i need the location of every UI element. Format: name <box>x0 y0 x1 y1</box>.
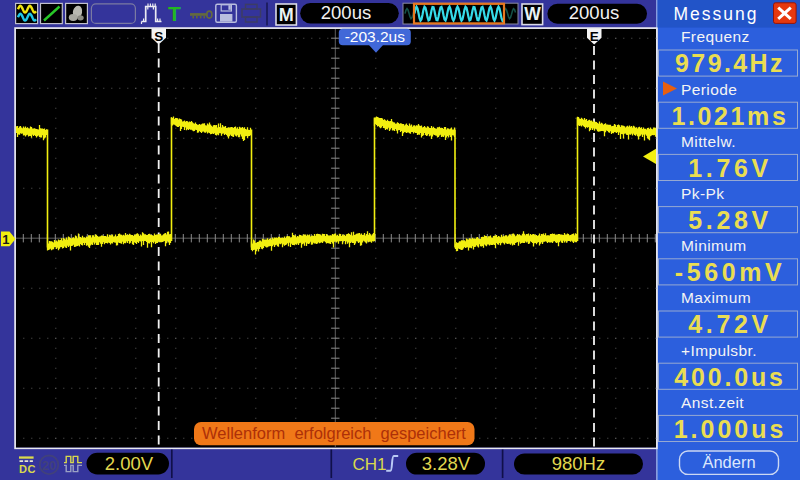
svg-text:200us: 200us <box>569 2 619 23</box>
svg-text:E: E <box>590 29 599 44</box>
svg-text:Messung: Messung <box>673 4 758 24</box>
svg-text:980Hz: 980Hz <box>552 453 605 474</box>
svg-text:Maximum: Maximum <box>681 289 751 306</box>
svg-text:1: 1 <box>2 232 9 247</box>
svg-text:5.28V: 5.28V <box>688 206 771 234</box>
svg-text:1.76V: 1.76V <box>688 154 771 182</box>
svg-text:1.021ms: 1.021ms <box>672 102 789 130</box>
svg-text:DC: DC <box>19 463 36 475</box>
svg-text:4.72V: 4.72V <box>688 310 771 338</box>
svg-text:W: W <box>524 4 541 24</box>
svg-text:-560mV: -560mV <box>675 258 786 286</box>
svg-text:T: T <box>168 2 181 25</box>
svg-text:1.000us: 1.000us <box>674 415 787 443</box>
svg-text:+Impulsbr.: +Impulsbr. <box>681 342 757 359</box>
svg-text:979.4Hz: 979.4Hz <box>675 49 785 77</box>
svg-text:-203.2us: -203.2us <box>345 28 406 45</box>
svg-text:2.00V: 2.00V <box>105 453 154 474</box>
svg-text:Ändern: Ändern <box>702 453 755 471</box>
svg-text:M: M <box>279 5 294 25</box>
svg-text:S: S <box>154 29 163 44</box>
svg-text:200us: 200us <box>321 2 371 23</box>
svg-text:Mittelw.: Mittelw. <box>681 133 736 150</box>
svg-text:Frequenz: Frequenz <box>681 28 750 45</box>
svg-text:Minimum: Minimum <box>681 237 747 254</box>
svg-text:Pk-Pk: Pk-Pk <box>681 185 724 202</box>
svg-text:Anst.zeit: Anst.zeit <box>681 394 744 411</box>
svg-text:400.0us: 400.0us <box>674 363 785 391</box>
svg-text:3.28V: 3.28V <box>422 453 471 474</box>
svg-text:CH1: CH1 <box>353 455 387 474</box>
svg-text:Periode: Periode <box>681 81 737 98</box>
svg-text:Wellenform erfolgreich gespe: Wellenform erfolgreich gespeichert <box>202 424 466 442</box>
svg-text:20: 20 <box>42 459 56 473</box>
